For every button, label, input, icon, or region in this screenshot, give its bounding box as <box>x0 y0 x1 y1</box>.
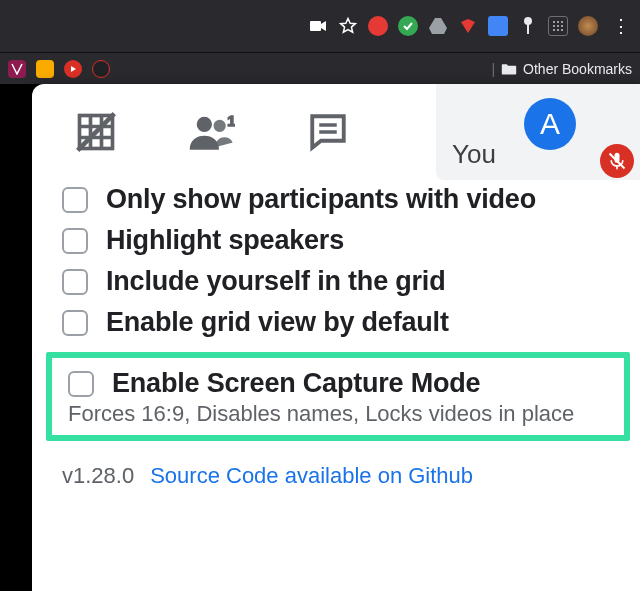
checkbox[interactable] <box>62 310 88 336</box>
browser-toolbar: ⋮ <box>0 0 640 52</box>
option-only-video[interactable]: Only show participants with video <box>62 184 622 215</box>
svg-line-17 <box>78 114 115 151</box>
svg-point-1 <box>524 17 532 25</box>
svg-rect-4 <box>557 21 559 23</box>
checkbox[interactable] <box>68 371 94 397</box>
extension-icon[interactable] <box>398 16 418 36</box>
svg-rect-5 <box>561 21 563 23</box>
apps-grid-icon[interactable] <box>548 16 568 36</box>
self-label: You <box>452 139 496 170</box>
option-description: Forces 16:9, Disables names, Locks video… <box>68 401 614 427</box>
checkbox[interactable] <box>62 269 88 295</box>
option-label: Enable Screen Capture Mode <box>112 368 480 399</box>
checkbox[interactable] <box>62 187 88 213</box>
bookmark-icon[interactable] <box>92 60 110 78</box>
extension-icon[interactable] <box>488 16 508 36</box>
options-list: Only show participants with video Highli… <box>32 172 640 338</box>
avatar: A <box>524 98 576 150</box>
svg-rect-9 <box>553 29 555 31</box>
option-include-yourself[interactable]: Include yourself in the grid <box>62 266 622 297</box>
grid-view-options-panel: 1 You A Only show participants with vide… <box>32 84 640 591</box>
folder-icon <box>501 62 517 76</box>
chrome-menu-icon[interactable]: ⋮ <box>608 15 634 37</box>
star-icon[interactable] <box>338 16 358 36</box>
extension-icon[interactable] <box>368 16 388 36</box>
extension-icon[interactable] <box>458 16 478 36</box>
version-label: v1.28.0 <box>62 463 134 489</box>
svg-rect-2 <box>527 24 529 34</box>
people-tab-icon[interactable]: 1 <box>184 104 240 160</box>
svg-rect-8 <box>561 25 563 27</box>
svg-rect-23 <box>616 165 618 169</box>
svg-rect-11 <box>561 29 563 31</box>
highlight-annotation: Enable Screen Capture Mode Forces 16:9, … <box>46 352 630 441</box>
chat-tab-icon[interactable] <box>300 104 356 160</box>
extension-icon[interactable] <box>518 16 538 36</box>
bookmark-icon[interactable] <box>64 60 82 78</box>
camera-icon[interactable] <box>308 16 328 36</box>
bookmarks-bar: | Other Bookmarks <box>0 52 640 84</box>
bookmark-icon[interactable] <box>8 60 26 78</box>
option-label: Only show participants with video <box>106 184 536 215</box>
svg-rect-3 <box>553 21 555 23</box>
option-highlight-speakers[interactable]: Highlight speakers <box>62 225 622 256</box>
option-grid-default[interactable]: Enable grid view by default <box>62 307 622 338</box>
source-code-link[interactable]: Source Code available on Github <box>150 463 473 489</box>
separator: | <box>491 61 495 77</box>
svg-rect-10 <box>557 29 559 31</box>
meet-background: 1 You A Only show participants with vide… <box>0 84 640 591</box>
option-label: Enable grid view by default <box>106 307 449 338</box>
drive-icon[interactable] <box>428 16 448 36</box>
bookmark-icon[interactable] <box>36 60 54 78</box>
layout-tab-icon[interactable] <box>68 104 124 160</box>
checkbox[interactable] <box>62 228 88 254</box>
profile-avatar-icon[interactable] <box>578 16 598 36</box>
svg-point-18 <box>197 117 211 131</box>
option-label: Include yourself in the grid <box>106 266 445 297</box>
svg-rect-0 <box>310 21 321 31</box>
other-bookmarks-button[interactable]: Other Bookmarks <box>523 61 632 77</box>
panel-footer: v1.28.0 Source Code available on Github <box>32 441 640 489</box>
muted-mic-icon[interactable] <box>600 144 634 178</box>
option-label: Highlight speakers <box>106 225 344 256</box>
self-tile: You A <box>436 84 640 180</box>
svg-rect-7 <box>557 25 559 27</box>
svg-point-19 <box>214 121 225 132</box>
svg-text:1: 1 <box>227 112 235 129</box>
option-screen-capture[interactable]: Enable Screen Capture Mode <box>68 368 614 399</box>
svg-rect-6 <box>553 25 555 27</box>
